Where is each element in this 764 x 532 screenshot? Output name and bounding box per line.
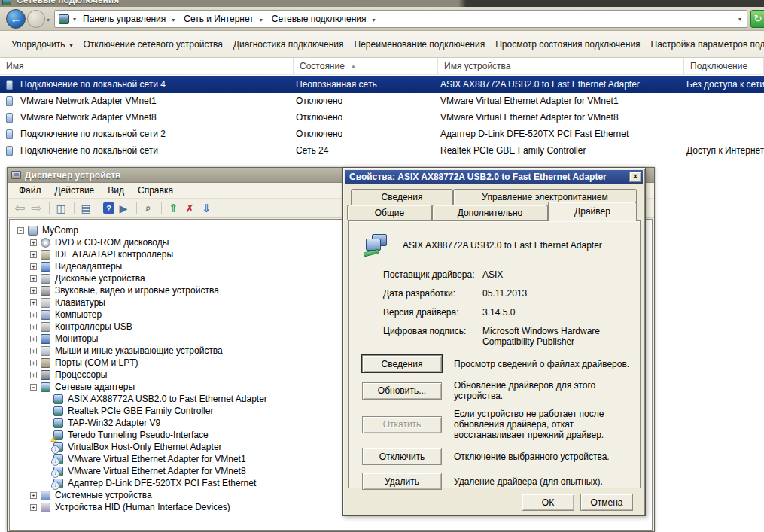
expander-icon[interactable]: + bbox=[30, 251, 37, 258]
network-adapter-disabled-icon bbox=[53, 454, 63, 464]
network-connection-icon bbox=[6, 96, 13, 106]
disable-button[interactable]: Отключить bbox=[362, 448, 442, 465]
driver-actions: Сведения Просмотр сведений о файлах драй… bbox=[362, 355, 640, 490]
driver-field-row: Дата разработки: 05.11.2013 bbox=[383, 288, 640, 299]
show-console-tree-icon[interactable]: ◫ bbox=[53, 201, 68, 216]
breadcrumb-segments: Панель управленияСеть и ИнтернетСетевые … bbox=[81, 14, 383, 24]
details-button[interactable]: Сведения bbox=[362, 355, 442, 372]
back-icon[interactable]: ⇦ bbox=[12, 201, 27, 216]
network-connections-icon bbox=[2, 0, 11, 5]
expander-icon[interactable]: + bbox=[30, 492, 37, 499]
tab-general[interactable]: Общие bbox=[347, 205, 432, 220]
tree-item-label: VMware Virtual Ethernet Adapter for VMne… bbox=[68, 466, 246, 476]
properties-icon[interactable]: ▤ bbox=[78, 201, 93, 216]
connection-row[interactable]: Подключение по локальной сети 4 Неопозна… bbox=[0, 76, 764, 93]
roll-back-button[interactable]: Откатить bbox=[362, 416, 442, 433]
connection-row[interactable]: Подключение по локальной сети Сеть 24 Re… bbox=[0, 142, 764, 159]
recent-pages-dropdown-icon[interactable]: ▾ bbox=[47, 17, 50, 23]
column-header-name[interactable]: Имя bbox=[0, 58, 294, 74]
tree-item-label: DVD и CD-ROM дисководы bbox=[55, 237, 169, 248]
network-connection-icon bbox=[6, 80, 13, 90]
command-button[interactable]: Переименование подключения bbox=[355, 39, 485, 50]
window-titlebar[interactable]: Сетевые подключения bbox=[0, 0, 764, 7]
command-button[interactable]: Отключение сетевого устройства bbox=[83, 39, 222, 50]
command-button[interactable]: Диагностика подключения bbox=[233, 39, 344, 50]
command-button[interactable]: Настройка параметров подключения bbox=[651, 39, 764, 50]
network-connection-icon bbox=[6, 113, 13, 123]
audio-device-icon bbox=[41, 286, 50, 296]
expander-icon[interactable]: + bbox=[30, 299, 37, 306]
update-driver-icon[interactable]: ⇑ bbox=[166, 201, 181, 216]
tab-details[interactable]: Сведения bbox=[351, 189, 453, 205]
breadcrumb-segment[interactable]: Панель управления bbox=[81, 14, 182, 24]
expander-icon[interactable]: + bbox=[30, 360, 37, 366]
help-icon[interactable]: ? bbox=[103, 202, 114, 214]
expander-icon[interactable]: + bbox=[30, 312, 37, 318]
connection-row[interactable]: Подключение по локальной сети 2 Отключен… bbox=[0, 126, 764, 142]
connections-list: Подключение по локальной сети 4 Неопозна… bbox=[0, 76, 764, 159]
address-bar: ← → ▾ ▾ Панель управленияСеть и Интернет… bbox=[0, 7, 764, 31]
field-label: Дата разработки: bbox=[383, 288, 482, 299]
menu-item[interactable]: Вид bbox=[101, 184, 131, 197]
scan-for-hardware-changes-icon[interactable]: ⇓ bbox=[199, 201, 214, 216]
forward-icon[interactable]: ⇨ bbox=[29, 201, 44, 216]
close-icon[interactable]: × bbox=[629, 172, 641, 182]
expander-icon[interactable]: + bbox=[30, 372, 37, 378]
breadcrumb-segment[interactable]: Сетевые подключения bbox=[270, 14, 383, 24]
tree-item-label: Адаптер D-Link DFE-520TX PCI Fast Ethern… bbox=[68, 478, 256, 488]
expander-icon[interactable]: + bbox=[30, 287, 37, 294]
network-adapters-icon bbox=[41, 382, 50, 392]
tab-advanced[interactable]: Дополнительно bbox=[432, 205, 548, 220]
mouse-icon bbox=[41, 346, 50, 356]
uninstall-device-icon[interactable]: ✗ bbox=[182, 201, 197, 216]
driver-field-row: Цифровая подпись: Microsoft Windows Hard… bbox=[383, 326, 640, 347]
computer-icon bbox=[28, 226, 38, 236]
breadcrumb[interactable]: ▾ Панель управленияСеть и ИнтернетСетевы… bbox=[54, 10, 747, 28]
field-label: Цифровая подпись: bbox=[383, 326, 482, 347]
column-header-status[interactable]: Состояние▲ bbox=[294, 58, 438, 74]
expander-icon[interactable]: + bbox=[30, 504, 37, 511]
connection-row[interactable]: VMware Network Adapter VMnet8 Отключено … bbox=[0, 109, 764, 126]
column-header-connection[interactable]: Подключение bbox=[684, 58, 764, 74]
network-adapter-warning-icon bbox=[53, 430, 63, 440]
expander-icon[interactable]: + bbox=[30, 324, 37, 330]
expander-icon[interactable]: - bbox=[17, 227, 24, 234]
update-driver-button[interactable]: Обновить... bbox=[362, 382, 442, 400]
show-window-icon[interactable]: ▶ bbox=[116, 201, 131, 216]
address-history-dropdown-icon[interactable]: ▾ bbox=[738, 16, 743, 23]
chevron-down-icon[interactable]: ▾ bbox=[73, 16, 76, 23]
command-button[interactable]: Просмотр состояния подключения bbox=[495, 39, 640, 50]
expander-icon[interactable]: + bbox=[30, 336, 37, 342]
tree-item-label: Teredo Tunneling Pseudo-Interface bbox=[68, 430, 209, 440]
breadcrumb-segment[interactable]: Сеть и Интернет bbox=[182, 14, 269, 24]
tab-driver[interactable]: Драйвер bbox=[548, 202, 637, 221]
action-description: Если устройство не работает после обновл… bbox=[454, 409, 631, 440]
tree-item-label: Системные устройства bbox=[55, 490, 152, 500]
ok-button[interactable]: ОК bbox=[522, 494, 574, 511]
driver-action-row: Обновить... Обновление драйверов для это… bbox=[362, 380, 640, 401]
field-label: Версия драйвера: bbox=[383, 307, 482, 318]
tree-item-label: TAP-Win32 Adapter V9 bbox=[68, 418, 160, 428]
uninstall-button[interactable]: Удалить bbox=[362, 473, 442, 490]
expander-icon[interactable]: - bbox=[30, 384, 37, 391]
cancel-button[interactable]: Отмена bbox=[580, 494, 633, 511]
network-adapter-disabled-icon bbox=[53, 442, 63, 452]
dialog-titlebar[interactable]: Свойства: ASIX AX88772A USB2.0 to Fast E… bbox=[345, 170, 643, 184]
connection-row[interactable]: VMware Network Adapter VMnet1 Отключено … bbox=[0, 93, 764, 109]
expander-icon[interactable]: + bbox=[30, 275, 37, 282]
expander-icon[interactable]: + bbox=[30, 239, 37, 246]
forward-button[interactable]: → bbox=[27, 10, 45, 28]
organize-button[interactable]: Упорядочить bbox=[11, 39, 72, 50]
ports-icon bbox=[41, 358, 50, 368]
scan-hardware-icon[interactable]: ⌕ bbox=[141, 201, 156, 216]
back-button[interactable]: ← bbox=[6, 9, 26, 29]
expander-icon[interactable]: + bbox=[30, 263, 37, 270]
menu-item[interactable]: Файл bbox=[12, 184, 48, 197]
menu-item[interactable]: Справка bbox=[131, 184, 180, 197]
keyboard-icon bbox=[41, 298, 50, 308]
dvd-drive-icon bbox=[41, 238, 50, 248]
column-header-device[interactable]: Имя устройства bbox=[438, 58, 684, 74]
expander-icon[interactable]: + bbox=[30, 348, 37, 354]
refresh-button[interactable]: ↻ bbox=[750, 10, 764, 28]
menu-item[interactable]: Действие bbox=[48, 184, 102, 197]
